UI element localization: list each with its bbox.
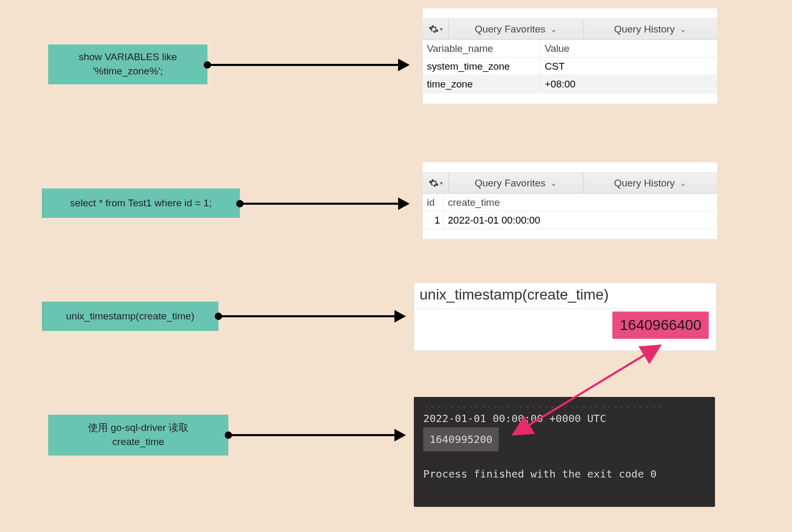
arrow-1-line	[207, 64, 399, 66]
cell-value: CST	[541, 58, 717, 75]
table-row: time_zone +08:00	[423, 75, 717, 93]
chevron-down-icon: ⌄	[680, 179, 686, 187]
query-label-1-line1: show VARIABLES like	[79, 50, 177, 64]
cell-variable-name: time_zone	[423, 75, 541, 93]
terminal-exit-line: Process finished with the exit code 0	[423, 465, 706, 483]
col-header-value: Value	[541, 40, 717, 57]
query-label-4: 使用 go-sql-driver 读取 create_time	[48, 415, 228, 456]
query-favorites-button[interactable]: Query Favorites ⌄	[449, 19, 584, 39]
cell-create-time: 2022-01-01 00:00:00	[444, 212, 717, 229]
unix-timestamp-db-value: 1640966400	[612, 312, 709, 339]
arrow-4-head	[394, 429, 406, 441]
col-header-unix-timestamp: unix_timestamp(create_time)	[414, 283, 716, 309]
terminal-truncated-line: ······································	[423, 404, 706, 409]
query-label-2-text: select * from Test1 where id = 1;	[70, 196, 212, 210]
arrow-3-head	[394, 310, 406, 323]
arrow-4-line	[228, 434, 395, 436]
gear-dropdown[interactable]: ▾	[423, 173, 449, 193]
query-label-4-line2: create_time	[88, 435, 189, 449]
query-label-1-line2: '%time_zone%';	[79, 64, 177, 79]
result-value-row: 1640966400	[414, 309, 716, 341]
cell-variable-name: system_time_zone	[423, 58, 541, 75]
terminal-datetime-line: 2022-01-01 00:00:00 +0000 UTC	[423, 409, 706, 427]
table-header-row: id create_time	[423, 194, 717, 212]
query-favorites-label: Query Favorites	[475, 24, 545, 35]
dropdown-triangle-icon: ▾	[440, 26, 443, 32]
cell-id: 1	[423, 212, 444, 229]
result-toolbar: ▾ Query Favorites ⌄ Query History ⌄	[423, 173, 717, 194]
result-toolbar: ▾ Query Favorites ⌄ Query History ⌄	[423, 19, 717, 40]
result-panel-3: unix_timestamp(create_time) 1640966400	[414, 283, 717, 351]
arrow-1-head	[398, 59, 410, 71]
query-history-button[interactable]: Query History ⌄	[584, 19, 718, 39]
table-row: 1 2022-01-01 00:00:00	[423, 212, 717, 229]
cell-value: +08:00	[541, 75, 717, 93]
col-header-create-time: create_time	[444, 194, 717, 211]
gear-icon	[428, 24, 439, 35]
table-row: system_time_zone CST	[423, 58, 717, 75]
table-header-row: Variable_name Value	[423, 40, 717, 58]
col-header-id: id	[423, 194, 444, 211]
result-panel-1: ▾ Query Favorites ⌄ Query History ⌄ Vari…	[422, 8, 718, 104]
query-history-button[interactable]: Query History ⌄	[584, 173, 718, 193]
query-label-4-line1: 使用 go-sql-driver 读取	[88, 421, 189, 435]
chevron-down-icon: ⌄	[551, 25, 557, 34]
query-history-label: Query History	[614, 24, 675, 35]
query-history-label: Query History	[614, 178, 675, 189]
panel-top-strip	[423, 8, 717, 19]
query-favorites-button[interactable]: Query Favorites ⌄	[449, 173, 584, 193]
terminal-output: ······································ 2…	[414, 397, 715, 507]
chevron-down-icon: ⌄	[680, 25, 686, 34]
query-favorites-label: Query Favorites	[475, 178, 545, 189]
arrow-2-line	[240, 203, 399, 205]
col-header-variable-name: Variable_name	[423, 40, 541, 57]
arrow-2-head	[398, 197, 410, 210]
query-label-1: show VARIABLES like '%time_zone%';	[48, 45, 207, 84]
query-label-2: select * from Test1 where id = 1;	[42, 189, 240, 218]
query-label-3: unix_timestamp(create_time)	[42, 302, 218, 331]
dropdown-triangle-icon: ▾	[440, 180, 443, 186]
panel-top-strip	[423, 162, 717, 173]
query-label-3-text: unix_timestamp(create_time)	[66, 309, 194, 324]
arrow-3-line	[218, 315, 395, 317]
gear-dropdown[interactable]: ▾	[423, 19, 449, 39]
unix-timestamp-driver-value: 1640995200	[423, 427, 499, 451]
chevron-down-icon: ⌄	[551, 179, 557, 187]
gear-icon	[428, 178, 439, 189]
result-panel-2: ▾ Query Favorites ⌄ Query History ⌄ id c…	[422, 162, 718, 239]
